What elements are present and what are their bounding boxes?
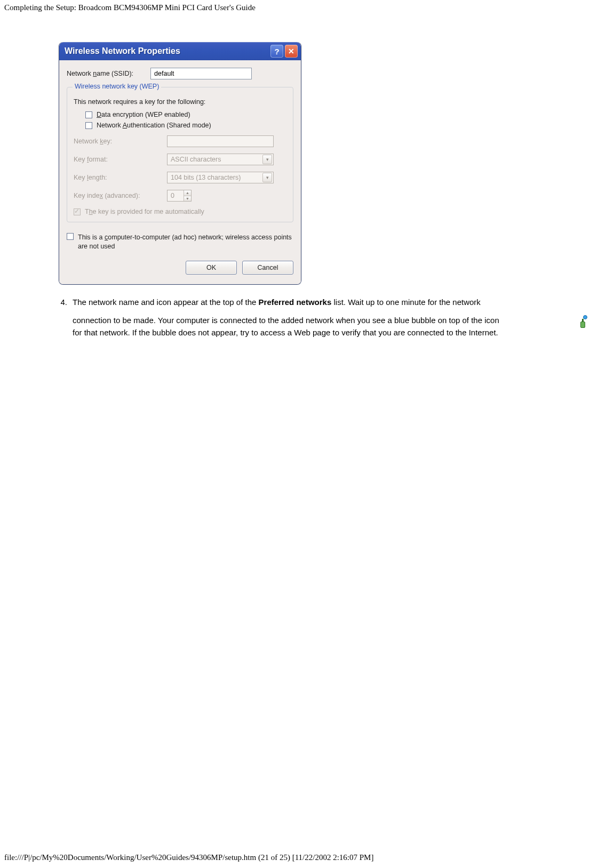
adhoc-row[interactable]: This is a computer-to-computer (ad hoc) … bbox=[67, 233, 293, 251]
preferred-networks-bold: Preferred networks bbox=[259, 298, 332, 307]
list-number: 4. bbox=[59, 296, 73, 339]
network-key-row: Network key: bbox=[74, 135, 286, 147]
network-status-icon bbox=[578, 315, 588, 328]
checkbox-icon bbox=[85, 122, 92, 129]
key-format-value: ASCII characters bbox=[171, 156, 221, 163]
chevron-down-icon: ▾ bbox=[262, 173, 272, 182]
key-auto-label: The key is provided for me automatically bbox=[85, 208, 204, 215]
ok-button[interactable]: OK bbox=[186, 261, 237, 275]
chevron-down-icon: ▾ bbox=[262, 155, 272, 164]
t: for that network. If the bubble does not… bbox=[73, 328, 498, 337]
list-p2-text: connection to be made. Your computer is … bbox=[73, 315, 575, 339]
t: (advanced): bbox=[103, 192, 140, 199]
t: ame (SSID): bbox=[97, 70, 133, 77]
page-header: Completing the Setup: Broadcom BCM94306M… bbox=[0, 0, 598, 15]
t: ata encryption (WEP enabled) bbox=[101, 111, 190, 118]
footer-text: file:///P|/pc/My%20Documents/Working/Use… bbox=[4, 853, 373, 862]
wep-opt-auth[interactable]: Network Authentication (Shared mode) bbox=[85, 122, 286, 129]
network-key-label: Network key: bbox=[74, 138, 167, 145]
dialog-wireless-network-properties: Wireless Network Properties ? ✕ Network … bbox=[59, 42, 301, 285]
t: T bbox=[85, 208, 89, 215]
ssid-input[interactable] bbox=[150, 68, 252, 79]
cancel-button[interactable]: Cancel bbox=[242, 261, 293, 275]
t: Key bbox=[74, 174, 87, 181]
key-index-label: Key index (advanced): bbox=[74, 192, 167, 199]
checkbox-icon bbox=[85, 111, 92, 118]
dialog-titlebar: Wireless Network Properties ? ✕ bbox=[59, 42, 301, 60]
content-area: Wireless Network Properties ? ✕ Network … bbox=[0, 15, 598, 339]
t: The network name and icon appear at the … bbox=[73, 298, 259, 307]
t: Key bbox=[74, 156, 87, 163]
key-index-spinner: 0 ▲ ▼ bbox=[167, 190, 192, 202]
t: omputer-to-computer (ad hoc) network; wi… bbox=[78, 234, 292, 250]
t: e key is provided for me automatically bbox=[93, 208, 204, 215]
t: h bbox=[89, 208, 93, 215]
t: uthentication (Shared mode) bbox=[127, 122, 211, 129]
t: Network bbox=[67, 70, 93, 77]
page-title: Completing the Setup: Broadcom BCM94306M… bbox=[4, 3, 256, 12]
list-item: 4. The network name and icon appear at t… bbox=[59, 296, 588, 339]
key-format-label: Key format: bbox=[74, 156, 167, 163]
wep-opt-encryption[interactable]: Data encryption (WEP enabled) bbox=[85, 111, 286, 118]
spinner-up-icon: ▲ bbox=[184, 190, 191, 196]
help-button[interactable]: ? bbox=[270, 45, 283, 58]
t: Key inde bbox=[74, 192, 100, 199]
wep-legend: Wireless network key (WEP) bbox=[73, 83, 161, 90]
spinner-down-icon: ▼ bbox=[184, 196, 191, 201]
dialog-title: Wireless Network Properties bbox=[65, 46, 269, 56]
key-index-row: Key index (advanced): 0 ▲ ▼ bbox=[74, 190, 286, 202]
t: This is a bbox=[78, 234, 105, 241]
dialog-body: Network name (SSID): Wireless network ke… bbox=[59, 60, 301, 284]
checkbox-checked-disabled-icon bbox=[74, 208, 81, 215]
wep-fieldset: Wireless network key (WEP) This network … bbox=[67, 87, 293, 222]
ssid-label: Network name (SSID): bbox=[67, 70, 133, 77]
wep-opt-auth-label: Network Authentication (Shared mode) bbox=[97, 122, 211, 129]
network-key-input bbox=[167, 135, 274, 147]
key-index-value: 0 bbox=[168, 192, 184, 199]
t: Network bbox=[74, 138, 100, 145]
dialog-buttons: OK Cancel bbox=[67, 261, 293, 275]
checkbox-icon bbox=[67, 233, 74, 240]
key-format-row: Key format: ASCII characters ▾ bbox=[74, 154, 286, 165]
key-length-label: Key length: bbox=[74, 174, 167, 181]
t: ormat: bbox=[89, 156, 108, 163]
list-body: The network name and icon appear at the … bbox=[73, 296, 588, 339]
t: connection to be made. Your computer is … bbox=[73, 316, 499, 325]
adhoc-label: This is a computer-to-computer (ad hoc) … bbox=[78, 233, 293, 251]
t: ength: bbox=[89, 174, 107, 181]
wep-desc: This network requires a key for the foll… bbox=[74, 98, 286, 106]
page-footer: file:///P|/pc/My%20Documents/Working/Use… bbox=[4, 853, 373, 862]
list-p1: The network name and icon appear at the … bbox=[73, 296, 588, 309]
t: D bbox=[97, 111, 101, 118]
key-length-select: 104 bits (13 characters) ▾ bbox=[167, 172, 274, 183]
instruction-list: 4. The network name and icon appear at t… bbox=[59, 296, 598, 339]
key-auto-row: The key is provided for me automatically bbox=[74, 208, 286, 215]
key-length-row: Key length: 104 bits (13 characters) ▾ bbox=[74, 172, 286, 183]
list-p2: connection to be made. Your computer is … bbox=[73, 315, 588, 339]
ssid-row: Network name (SSID): bbox=[67, 68, 293, 79]
key-format-select: ASCII characters ▾ bbox=[167, 154, 274, 165]
t: ey: bbox=[103, 138, 113, 145]
key-length-value: 104 bits (13 characters) bbox=[171, 174, 241, 181]
t: A bbox=[123, 122, 127, 129]
close-button[interactable]: ✕ bbox=[285, 45, 298, 58]
wep-opt-encryption-label: Data encryption (WEP enabled) bbox=[97, 111, 190, 118]
t: Network bbox=[97, 122, 123, 129]
t: list. Wait up to one minute for the netw… bbox=[331, 298, 481, 307]
